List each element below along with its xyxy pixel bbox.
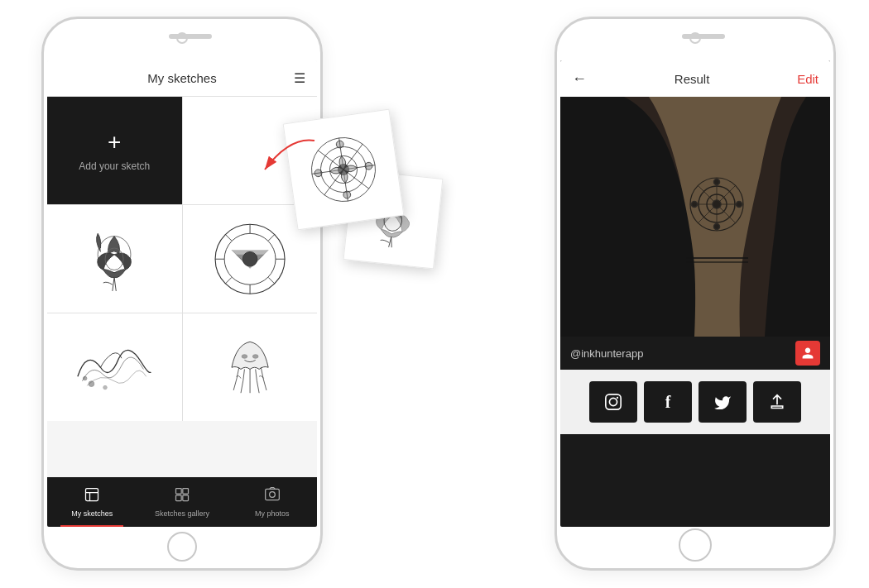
- instagram-share-button[interactable]: [589, 381, 637, 423]
- share-buttons-area: f: [560, 370, 830, 434]
- svg-point-39: [365, 162, 373, 170]
- twitter-share-button[interactable]: [699, 381, 747, 423]
- svg-rect-57: [606, 394, 621, 409]
- twitter-icon: [713, 394, 732, 409]
- svg-point-15: [84, 376, 87, 380]
- tab-my-sketches[interactable]: My sketches: [47, 477, 137, 527]
- svg-line-8: [225, 234, 232, 241]
- tab-my-photos[interactable]: My photos: [227, 477, 317, 527]
- svg-point-17: [252, 355, 258, 358]
- tab-my-sketches-label: My sketches: [71, 509, 113, 518]
- my-photos-icon: [264, 486, 281, 507]
- svg-point-13: [89, 381, 94, 387]
- result-title: Result: [675, 72, 710, 86]
- svg-rect-18: [86, 489, 98, 501]
- svg-line-9: [268, 277, 275, 284]
- edit-button[interactable]: Edit: [797, 72, 819, 86]
- svg-point-16: [242, 355, 247, 358]
- svg-rect-23: [176, 495, 182, 501]
- left-phone-header: My sketches ☰: [47, 60, 317, 97]
- sketch-cell-rose[interactable]: [47, 205, 182, 313]
- bottom-tabs: My sketches Sketches gallery: [47, 477, 317, 527]
- tattoo-image-area: [560, 97, 830, 337]
- arrow-svg: [240, 128, 339, 194]
- svg-line-11: [225, 277, 232, 284]
- general-share-button[interactable]: [753, 381, 801, 423]
- sketches-gallery-icon: [174, 486, 190, 507]
- jellyfish-sketch-svg: [193, 322, 307, 414]
- arm-tattoo-illustration: [560, 97, 830, 337]
- scene: My sketches ☰ + Add your sketch: [0, 0, 869, 588]
- username-text: @inkhunterapp: [570, 347, 643, 360]
- facebook-icon: f: [665, 393, 671, 412]
- tab-sketches-gallery-label: Sketches gallery: [155, 509, 209, 518]
- left-home-button: [167, 532, 197, 562]
- tab-sketches-gallery[interactable]: Sketches gallery: [137, 477, 228, 527]
- svg-point-26: [269, 492, 275, 498]
- svg-rect-25: [265, 489, 279, 500]
- tab-my-photos-label: My photos: [255, 509, 290, 518]
- circle-sketch-svg: [193, 213, 307, 305]
- back-button[interactable]: ←: [572, 70, 587, 88]
- add-sketch-cell[interactable]: + Add your sketch: [47, 97, 182, 204]
- svg-point-59: [617, 397, 618, 399]
- wave-sketch-svg: [57, 322, 171, 414]
- my-sketches-icon: [84, 486, 100, 507]
- right-phone: ← Result Edit: [555, 17, 836, 571]
- svg-point-14: [103, 385, 107, 389]
- rose-sketch-svg: [57, 213, 171, 305]
- svg-line-10: [268, 234, 275, 241]
- add-plus-icon: +: [108, 129, 121, 155]
- username-bar: @inkhunterapp: [560, 337, 830, 370]
- user-icon-button[interactable]: [795, 341, 820, 366]
- facebook-share-button[interactable]: f: [644, 381, 692, 423]
- sketch-cell-jellyfish[interactable]: [183, 313, 318, 421]
- svg-rect-21: [176, 489, 182, 495]
- add-sketch-label: Add your sketch: [79, 160, 150, 172]
- menu-icon[interactable]: ☰: [294, 70, 305, 86]
- sketch-cell-wave[interactable]: [47, 313, 182, 421]
- right-home-button: [679, 528, 712, 562]
- left-phone-title: My sketches: [147, 71, 216, 85]
- svg-rect-56: [560, 97, 830, 337]
- svg-point-37: [343, 191, 351, 199]
- left-phone: My sketches ☰ + Add your sketch: [41, 17, 323, 571]
- svg-point-12: [242, 251, 257, 266]
- right-phone-inner: ← Result Edit: [560, 60, 830, 527]
- svg-rect-22: [183, 489, 189, 495]
- upload-share-icon: [769, 393, 785, 411]
- svg-point-58: [609, 398, 617, 405]
- left-phone-shell: My sketches ☰ + Add your sketch: [41, 17, 323, 571]
- right-phone-shell: ← Result Edit: [555, 17, 836, 571]
- result-header: ← Result Edit: [560, 60, 830, 97]
- svg-rect-24: [183, 495, 189, 501]
